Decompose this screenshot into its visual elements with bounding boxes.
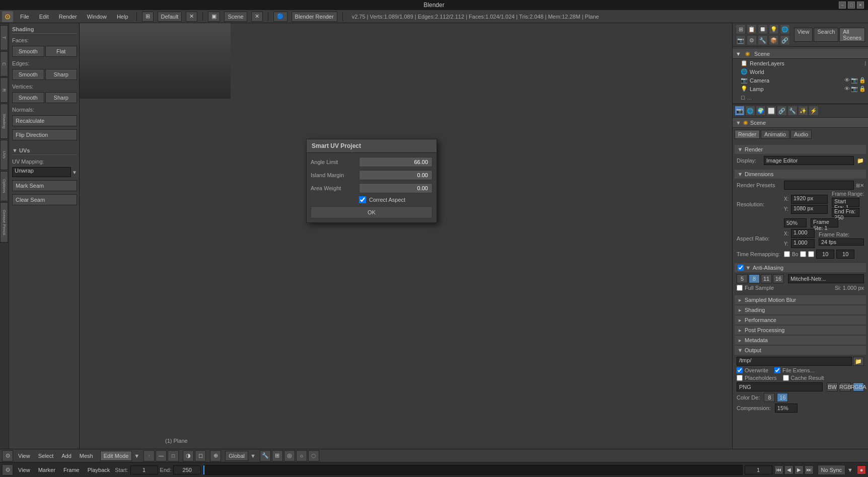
side-tab-tools[interactable]: T	[0, 25, 8, 50]
rgba-btn[interactable]: RGBA	[853, 382, 864, 391]
timeline-playback-menu[interactable]: Playback	[85, 466, 113, 474]
scene-tree-icon-5[interactable]: 🌐	[780, 24, 790, 34]
viewport-icon-btn[interactable]: ⊙	[2, 450, 13, 461]
constraints-icon-tab[interactable]: 🔗	[777, 106, 787, 116]
global-dropdown[interactable]: ▼	[250, 453, 256, 459]
menu-window[interactable]: Window	[84, 13, 110, 21]
file-extensions-checkbox[interactable]	[774, 367, 780, 373]
mark-seam-btn[interactable]: Mark Seam	[12, 180, 77, 191]
menu-file[interactable]: File	[17, 13, 32, 21]
play-reverse-btn[interactable]: ◀	[784, 465, 793, 474]
layout-icon-btn[interactable]: ⊞	[142, 12, 154, 22]
render-presets-input[interactable]	[784, 181, 854, 190]
start-frame-input[interactable]: 1	[130, 465, 158, 474]
jump-start-btn[interactable]: ⏮	[774, 465, 783, 474]
bo3-checkbox[interactable]	[808, 251, 814, 257]
xy-btn-1[interactable]: ✕	[186, 12, 197, 22]
lamp-render-icon[interactable]: 📷	[851, 86, 858, 92]
smart-uv-project-dialog[interactable]: Smart UV Project Angle Limit 66.00 Islan…	[306, 139, 437, 223]
maximize-btn[interactable]: □	[848, 2, 855, 9]
prop2-btn[interactable]: ○	[296, 450, 307, 461]
end-frame-input[interactable]: 250	[173, 465, 201, 474]
aa-16-btn[interactable]: 16	[773, 274, 784, 283]
xy-btn-2[interactable]: ✕	[251, 12, 263, 22]
camera-vis-icon[interactable]: 👁	[844, 77, 850, 84]
scene-tree-icon-3[interactable]: 🔲	[758, 24, 768, 34]
smooth-face-btn[interactable]: Smooth	[12, 46, 44, 57]
side-tab-uvs[interactable]: UVs	[0, 140, 8, 170]
scene-tree-icon-4[interactable]: 💡	[769, 24, 779, 34]
toolbar-mesh-menu[interactable]: Mesh	[77, 452, 96, 460]
prop-btn[interactable]: ◎	[284, 450, 295, 461]
close-btn[interactable]: ✕	[857, 2, 864, 9]
output-path-input[interactable]: /tmp/	[737, 357, 852, 366]
edit-mode-dropdown[interactable]: ▼	[134, 453, 139, 459]
render-layers-expand[interactable]: |	[865, 61, 866, 66]
side-tab-options[interactable]: Options	[0, 171, 8, 201]
aa-checkbox[interactable]	[738, 265, 744, 271]
overwrite-checkbox[interactable]	[737, 367, 743, 373]
remap-old-input[interactable]: 10	[816, 250, 834, 259]
render-layers-item[interactable]: 📋 RenderLayers |	[733, 59, 868, 67]
aa-11-btn[interactable]: 11	[761, 274, 772, 283]
minimize-btn[interactable]: –	[839, 2, 846, 9]
aspect-y-input[interactable]: 1.000	[791, 239, 815, 248]
island-margin-input[interactable]: 0.00	[359, 170, 432, 180]
timeline-frame-menu[interactable]: Frame	[60, 466, 83, 474]
camera-item[interactable]: 📷 Camera 👁 📷 🔒	[733, 76, 868, 85]
dimensions-section-header[interactable]: ▼ Dimensions	[735, 170, 866, 179]
jump-end-btn[interactable]: ⏭	[805, 465, 814, 474]
output-path-browse-btn[interactable]: 📁	[853, 357, 864, 366]
scene-icon-tab[interactable]: 🌐	[745, 106, 755, 116]
animation-tab[interactable]: Animatio	[761, 130, 789, 139]
timeline-view-menu[interactable]: View	[15, 466, 33, 474]
vertex-btn[interactable]: ·	[143, 450, 155, 461]
modifiers-icon-tab[interactable]: 🔧	[787, 106, 798, 116]
side-tab-shading[interactable]: Shading	[0, 104, 8, 139]
output-header[interactable]: ▼ Output	[735, 346, 866, 355]
display-folder-icon[interactable]: 📁	[857, 157, 864, 164]
world-item[interactable]: 🌐 World	[733, 67, 868, 76]
aa-filter-select[interactable]: Mitchell-Netr...	[788, 274, 864, 283]
end-fra-input[interactable]: End Fra: 250	[832, 208, 859, 217]
smooth-edge-btn[interactable]: Smooth	[12, 69, 44, 80]
layout-name-btn[interactable]: Default	[158, 12, 182, 22]
engine-icon-btn[interactable]: 🔵	[273, 12, 287, 22]
lamp-item[interactable]: 💡 Lamp 👁 📷 🔒	[733, 85, 868, 93]
placeholders-checkbox[interactable]	[737, 375, 743, 381]
world-icon-tab[interactable]: 🌍	[756, 106, 766, 116]
timeline-track[interactable]	[203, 465, 742, 475]
render-icon-tab[interactable]: 📷	[735, 106, 745, 116]
edit-mode-btn[interactable]: Edit Mode	[100, 451, 132, 461]
start-fra-input[interactable]: Start Fra: 1	[832, 198, 859, 207]
performance-header[interactable]: ▸ Performance	[735, 315, 866, 325]
play-btn[interactable]: ▶	[794, 465, 804, 474]
scene-tree-icon-10[interactable]: 🔗	[780, 35, 790, 45]
rgb-btn[interactable]: RGB	[840, 382, 851, 391]
unwrap-select[interactable]: Unwrap	[12, 167, 71, 177]
post-processing-header[interactable]: ▸ Post Processing	[735, 326, 866, 335]
render-tab[interactable]: Render	[735, 130, 760, 139]
bo-checkbox[interactable]	[784, 251, 790, 257]
area-weight-input[interactable]: 0.00	[359, 183, 432, 193]
pct-input[interactable]: 50%	[784, 218, 807, 227]
compression-input[interactable]: 15%	[775, 404, 798, 413]
cache-result-checkbox[interactable]	[783, 375, 789, 381]
audio-tab[interactable]: Audio	[790, 130, 812, 139]
current-frame-input[interactable]: 1	[745, 465, 772, 474]
flip-direction-btn[interactable]: Flip Direction	[12, 129, 77, 140]
toolbar-select-menu[interactable]: Select	[35, 452, 57, 460]
lamp-vis-icon[interactable]: 👁	[844, 86, 850, 92]
color-depth-8-btn[interactable]: 8	[764, 393, 775, 402]
unwrap-dropdown-arrow[interactable]: ▼	[72, 170, 77, 175]
bo2-checkbox[interactable]	[800, 251, 806, 257]
render-presets-icons[interactable]: ⊞✕	[856, 183, 864, 188]
format-select[interactable]: PNG	[737, 382, 823, 391]
unknown-item[interactable]: ◻ ...	[733, 93, 868, 102]
all-scenes-btn[interactable]: All Scenes	[839, 28, 865, 42]
particles-icon-tab[interactable]: ✨	[798, 106, 808, 116]
sharp-edge-btn[interactable]: Sharp	[45, 69, 78, 80]
physics-icon-tab[interactable]: ⚡	[809, 106, 819, 116]
scene-name-btn[interactable]: Scene	[224, 12, 247, 22]
prop3-btn[interactable]: ◌	[308, 450, 319, 461]
